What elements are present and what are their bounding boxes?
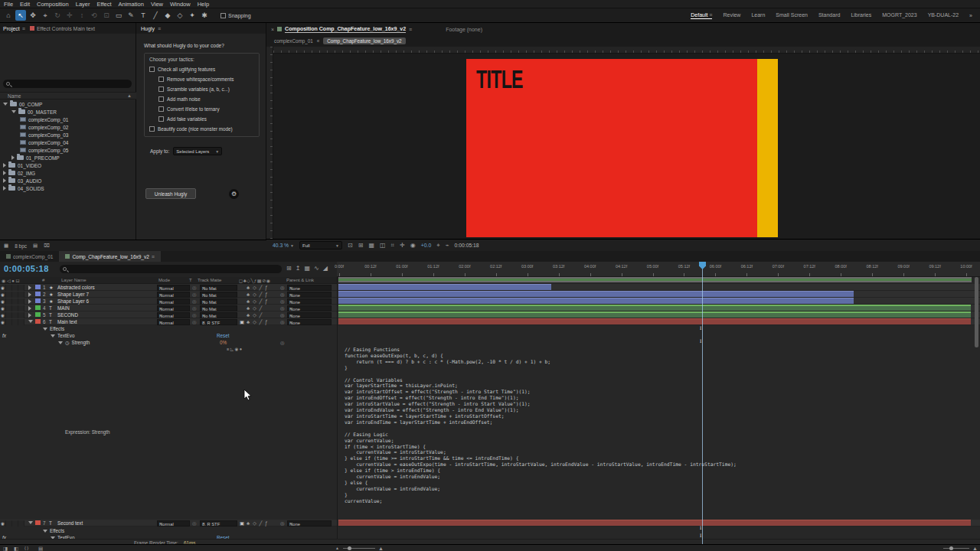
expression-code[interactable]: // Easing Functions function easeOutExpo… [345, 347, 737, 504]
audio-icon[interactable] [6, 319, 12, 325]
mode-dropdown[interactable]: Normal▼ [157, 520, 190, 527]
audio-icon[interactable] [6, 305, 12, 311]
show-snapshot-icon[interactable]: ⌁ [446, 242, 449, 249]
twirl-right-icon[interactable] [3, 186, 6, 191]
layer-switches[interactable]: ♣ ◇ ╱ ƒ [247, 520, 269, 526]
eye-icon[interactable]: ◉ [0, 305, 6, 311]
workspace-standard[interactable]: Standard [818, 12, 840, 18]
close-icon[interactable]: × [271, 27, 274, 32]
timeline-search-input[interactable] [60, 265, 282, 273]
menu-window[interactable]: Window [170, 1, 191, 8]
panel-menu-icon[interactable]: ≡ [158, 26, 161, 31]
audio-icon[interactable] [6, 285, 12, 291]
layer-duration-bar[interactable] [338, 291, 854, 297]
composition-canvas[interactable]: TITLE LOREM IPSUM DOLOR [273, 54, 980, 239]
layer-name-column[interactable]: Layer Name [61, 278, 87, 282]
eye-icon[interactable]: ◉ [0, 292, 6, 298]
eye-icon[interactable]: ◉ [0, 520, 6, 527]
solo-icon[interactable] [12, 312, 18, 318]
tab-composition[interactable]: Composition Comp_ChapFeature_low_16x9_v2 [285, 26, 406, 33]
reset-link[interactable]: Reset [217, 333, 229, 338]
layer-row-1[interactable]: ◉1★Abstracted colorsNormal▼◎No Mat▼♣ ◇ ╱… [0, 284, 337, 291]
effect-texteco-row[interactable]: TextEvo [51, 333, 74, 338]
parent-pickwhip-icon[interactable]: ◎ [280, 285, 285, 290]
puppet-tool[interactable]: ✱ [199, 10, 210, 21]
layer-row-6[interactable]: ◉6TMain textNormal▼◎8. R STF▼▣♣ ◇ ╱ ƒ◎No… [0, 318, 337, 325]
twirl-down-icon[interactable] [51, 334, 55, 337]
layer-duration-bar[interactable] [338, 311, 971, 318]
tree-item-complexcomp_02[interactable]: complexComp_02 [0, 123, 136, 131]
orbit-camera-tool[interactable]: ↻ [52, 10, 63, 21]
zoom-in-mountain-icon[interactable]: ▲ [378, 546, 384, 551]
render-queue-icon[interactable]: ▤ [38, 546, 43, 551]
twirl-right-icon[interactable] [11, 155, 15, 160]
workspace-mogrt-2023[interactable]: MOGRT_2023 [882, 12, 916, 18]
strength-param-row[interactable]: ◷ Strength [58, 340, 90, 345]
menu-edit[interactable]: Edit [20, 1, 30, 8]
mask-shape-tool[interactable]: ▭ [113, 10, 124, 21]
rotation-tool[interactable]: ⟲ [89, 10, 100, 21]
tab-hugly[interactable]: Hugly≡ [136, 23, 266, 34]
tree-item-03_audio[interactable]: 03_AUDIO [0, 177, 136, 184]
timeline-tab-complexcomp_01[interactable]: complexComp_01 [0, 251, 59, 262]
rotobrush-tool[interactable]: ✦ [187, 10, 198, 21]
twirl-icon[interactable] [28, 313, 31, 318]
timeline-tab-comp_chapfeature_low_16x9_v2[interactable]: Comp_ChapFeature_low_16x9_v2≡ [59, 251, 161, 262]
channel-icon[interactable]: ⌗ [391, 242, 395, 249]
pan-camera-tool[interactable]: ✛ [64, 10, 75, 21]
panel-menu-icon[interactable]: ≡ [22, 26, 25, 31]
layer-bar-row-4[interactable] [338, 305, 980, 311]
workspace-small-screen[interactable]: Small Screen [776, 12, 808, 18]
layer-name[interactable]: Shape Layer 6 [57, 298, 89, 304]
brush-tool[interactable]: ╱ [150, 10, 161, 21]
track-matte-dropdown[interactable]: No Mat▼ [200, 285, 237, 291]
toggle-icon[interactable]: ◎ [192, 520, 197, 526]
graph-editor-icon[interactable]: ◢ [323, 265, 328, 272]
hand-tool[interactable]: ✥ [28, 10, 38, 21]
right-zoom-knob[interactable] [949, 546, 953, 550]
parent-dropdown[interactable]: None▼ [287, 292, 332, 298]
checkbox-icon[interactable] [158, 116, 164, 122]
layer-color-swatch[interactable] [35, 298, 41, 303]
parent-pickwhip-icon[interactable]: ◎ [280, 312, 285, 318]
layer-name[interactable]: Second text [57, 520, 83, 526]
vertical-ruler[interactable] [266, 47, 273, 239]
layer-switches[interactable]: ♣ ◇ ╱ ƒ [247, 298, 269, 304]
twirl-down-icon[interactable] [58, 341, 63, 344]
right-zoom-slider[interactable] [943, 548, 969, 549]
layer-bar-row-1[interactable] [338, 284, 980, 291]
layer-name[interactable]: Shape Layer 7 [57, 292, 89, 297]
lock-icon[interactable] [18, 319, 24, 325]
eye-icon[interactable]: ◉ [0, 285, 6, 291]
menu-file[interactable]: File [4, 1, 13, 8]
twirl-icon[interactable] [28, 306, 31, 311]
track-matte-dropdown[interactable]: No Mat▼ [200, 305, 237, 311]
mode-dropdown[interactable]: Normal▼ [157, 312, 190, 318]
layer-name[interactable]: Abstracted colors [57, 285, 95, 290]
toggle-icon[interactable]: ◎ [192, 298, 197, 304]
parent-dropdown[interactable]: None▼ [287, 520, 332, 527]
tree-item-01_video[interactable]: 01_VIDEO [0, 161, 136, 169]
layer-duration-bar[interactable] [338, 520, 971, 526]
workspace-yb-dual-22[interactable]: YB-DUAL-22 [928, 12, 959, 18]
solo-icon[interactable] [12, 305, 18, 311]
audio-icon[interactable] [6, 292, 12, 298]
draft-3d-icon[interactable]: ↥ [296, 265, 301, 272]
tree-item-01_precomp[interactable]: 01_PRECOMP [0, 154, 136, 161]
pickwhip-icon[interactable]: ◎ [280, 340, 285, 345]
tab-project[interactable]: Project≡ [3, 26, 25, 31]
solo-icon[interactable] [12, 285, 18, 291]
checkbox-icon[interactable] [149, 126, 155, 132]
timeline-vertical-scrollbar[interactable] [975, 277, 978, 347]
motion-blur-icon[interactable]: ∿ [314, 265, 319, 272]
twirl-icon[interactable] [28, 299, 31, 304]
menu-composition[interactable]: Composition [37, 1, 69, 8]
effects-group-row[interactable]: Effects [43, 528, 64, 533]
project-search-input[interactable] [3, 80, 132, 88]
layer-color-swatch[interactable] [35, 292, 41, 296]
mode-column[interactable]: Mode [158, 278, 170, 282]
track-matte-dropdown[interactable]: No Mat▼ [200, 312, 237, 318]
layer-row-3[interactable]: ◉3★Shape Layer 6Normal▼◎No Mat▼♣ ◇ ╱ ƒ◎N… [0, 298, 337, 305]
checkbox-icon[interactable] [158, 96, 164, 102]
twirl-right-icon[interactable] [3, 163, 6, 168]
